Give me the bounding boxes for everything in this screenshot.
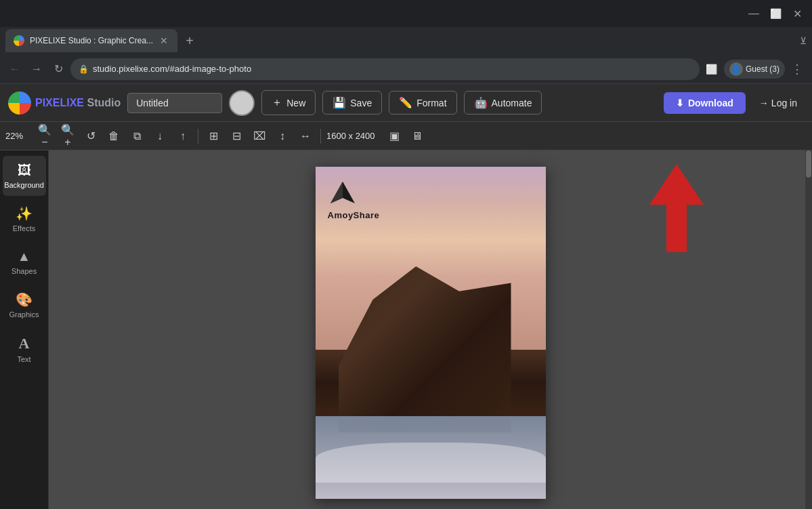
tab-favicon [14,35,24,46]
profile-label: Guest (3) [746,64,779,74]
nav-right: ⬜ 👤 Guest (3) ⋮ [702,60,807,79]
new-label: New [286,98,305,108]
active-tab[interactable]: PIXELIXE Studio : Graphic Crea... ✕ [5,29,177,52]
undo-button[interactable]: ↺ [81,127,100,146]
download-label: Download [688,98,733,108]
canvas-image: AmoyShare [316,167,546,499]
sidebar-item-text[interactable]: A Text [3,328,46,370]
document-title-input[interactable] [127,93,222,113]
shapes-icon: ▲ [18,249,31,264]
vertical-scrollbar[interactable] [805,150,812,509]
sidebar-item-shapes[interactable]: ▲ Shapes [3,242,46,282]
login-arrow-icon: → [759,98,769,108]
canvas-size: 1600 x 2400 [326,131,381,141]
format-label: Format [416,98,446,108]
tab-title: PIXELIXE Studio : Graphic Crea... [30,36,153,45]
sidebar-label-effects: Effects [13,224,35,232]
graphics-icon: 🎨 [16,291,33,308]
zoom-level: 22% [5,131,31,141]
effects-icon: ✨ [16,205,33,222]
photo-foam [316,443,546,483]
login-label: Log in [771,98,797,108]
minimize-btn[interactable]: — [744,4,763,23]
svg-marker-1 [330,182,343,203]
plus-icon: ＋ [272,96,282,110]
zoom-in-button[interactable]: 🔍+ [58,127,77,146]
color-swatch[interactable] [229,90,255,116]
lock-icon: 🔒 [79,64,89,74]
resize-height-button[interactable]: ↕ [273,127,292,146]
close-btn[interactable]: ✕ [788,4,807,23]
download-button[interactable]: ⬇ Download [664,92,746,114]
login-button[interactable]: → Log in [752,93,804,113]
monitor-button[interactable]: 🖥 [408,127,427,146]
forward-button[interactable]: → [27,60,46,79]
app-header: PIXELIXE Studio ＋ New 💾 Save ✏️ Format 🤖… [0,84,812,122]
delete-button[interactable]: 🗑 [104,127,123,146]
nav-bar: ← → ↻ 🔒 studio.pixelixe.com/#add-image-t… [0,54,812,84]
title-bar: — ⬜ ✕ [0,0,812,27]
logo-studio: Studio [84,97,121,108]
tab-strip-controls: ⊻ [800,35,807,46]
new-button[interactable]: ＋ New [261,90,316,115]
logo-text: PIXELIXE Studio [35,97,121,109]
photo-background: AmoyShare [316,167,546,499]
canvas-area[interactable]: AmoyShare [49,150,812,509]
vertical-scrollbar-thumb[interactable] [806,150,811,178]
save-label: Save [350,98,372,108]
logo-pix: PIXELIXE [35,97,84,108]
wand-icon: ✏️ [399,96,412,109]
amoyshare-logo-icon [328,179,358,209]
svg-marker-2 [649,164,704,252]
red-arrow-indicator [649,164,704,245]
profile-icon: 👤 [729,62,743,76]
grid-button[interactable]: ⊞ [204,127,223,146]
save-icon: 💾 [333,96,346,109]
refresh-button[interactable]: ↻ [49,60,68,79]
tab-close-icon[interactable]: ✕ [158,35,169,46]
tab-bar: PIXELIXE Studio : Graphic Crea... ✕ + ⊻ [0,27,812,54]
profile-button[interactable]: 👤 Guest (3) [724,60,785,79]
photo-logo-overlay: AmoyShare [328,179,380,220]
zoom-out-button[interactable]: 🔍− [35,127,54,146]
sidebar-label-text: Text [17,355,30,363]
extensions-button[interactable]: ⬜ [702,60,721,79]
address-bar[interactable]: 🔒 studio.pixelixe.com/#add-image-to-phot… [70,58,700,80]
save-button[interactable]: 💾 Save [322,91,382,115]
download-icon: ⬇ [676,98,684,108]
maximize-btn[interactable]: ⬜ [766,4,785,23]
format-button[interactable]: ✏️ Format [389,91,456,115]
sidebar-item-effects[interactable]: ✨ Effects [3,199,46,239]
logo-circle-icon [8,91,31,115]
toolbar: 22% 🔍− 🔍+ ↺ 🗑 ⧉ ↓ ↑ ⊞ ⊟ ⌧ ↕ ↔ 1600 x 240… [0,122,812,150]
automate-label: Automate [492,98,532,108]
address-text: studio.pixelixe.com/#add-image-to-photo [93,64,251,74]
browser-chrome: — ⬜ ✕ PIXELIXE Studio : Graphic Crea... … [0,0,812,84]
amoyshare-text: AmoyShare [328,210,380,220]
toolbar-separator-2 [320,129,321,144]
back-button[interactable]: ← [5,60,24,79]
main-layout: 🖼 Background ✨ Effects ▲ Shapes 🎨 Graphi… [0,150,812,509]
automate-button[interactable]: 🤖 Automate [464,91,542,115]
sidebar-label-graphics: Graphics [9,310,39,319]
background-icon: 🖼 [18,163,31,178]
flip-button[interactable]: ↔ [296,127,315,146]
robot-icon: 🤖 [474,96,488,109]
sidebar-label-shapes: Shapes [12,267,37,275]
app-logo: PIXELIXE Studio [8,91,121,115]
crop-button[interactable]: ⌧ [250,127,269,146]
new-tab-button[interactable]: + [180,31,199,50]
move-down-button[interactable]: ↓ [150,127,169,146]
sidebar-item-background[interactable]: 🖼 Background [3,156,46,196]
align-button[interactable]: ⊟ [227,127,246,146]
canvas-container: AmoyShare [316,167,546,499]
toolbar-separator-1 [198,129,198,144]
move-up-button[interactable]: ↑ [173,127,192,146]
more-options-button[interactable]: ⋮ [788,60,807,79]
frame-button[interactable]: ▣ [385,127,404,146]
sidebar: 🖼 Background ✨ Effects ▲ Shapes 🎨 Graphi… [0,150,49,509]
text-icon: A [19,335,30,352]
sidebar-item-graphics[interactable]: 🎨 Graphics [3,285,46,325]
copy-button[interactable]: ⧉ [127,127,146,146]
sidebar-label-background: Background [4,181,44,189]
